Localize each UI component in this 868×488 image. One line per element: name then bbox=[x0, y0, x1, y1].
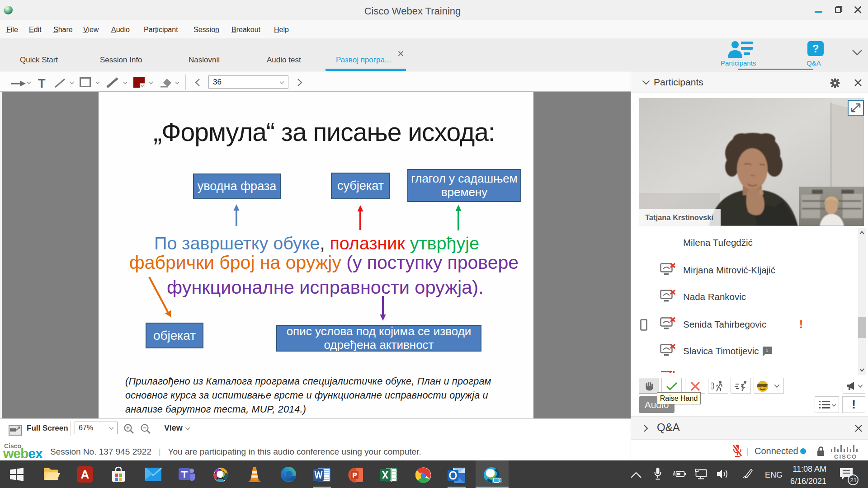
svg-text:CISCO: CISCO bbox=[834, 453, 857, 460]
svg-text:Tatjana Krstinovski: Tatjana Krstinovski bbox=[645, 213, 713, 221]
svg-text:A: A bbox=[81, 468, 90, 481]
svg-text:1: 1 bbox=[766, 348, 768, 353]
svg-text:21: 21 bbox=[850, 477, 857, 483]
